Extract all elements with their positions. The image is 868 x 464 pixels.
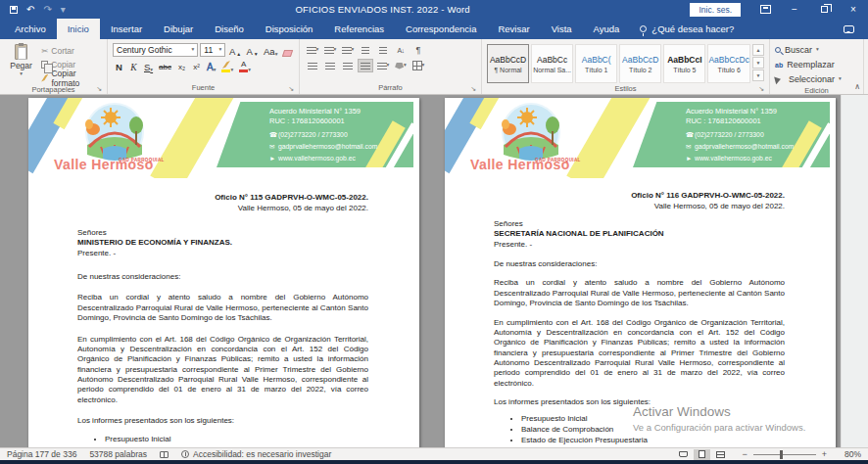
strikethrough-button[interactable]: abc (157, 59, 173, 72)
multilevel-list-button[interactable]: ▾ (340, 43, 356, 57)
clear-formatting-button[interactable] (281, 43, 294, 57)
tab-revisar[interactable]: Revisar (487, 19, 540, 39)
tab-referencias[interactable]: Referencias (323, 19, 395, 39)
tab-inicio[interactable]: Inicio (57, 19, 100, 39)
vertical-scrollbar[interactable] (841, 95, 868, 447)
change-case-button[interactable]: Aa▾ (262, 43, 279, 57)
numbered-list-button[interactable]: ▾ (322, 43, 338, 57)
format-painter-button[interactable]: Copiar formato (41, 71, 102, 84)
document-page-1[interactable]: Valle Hermoso GAD PARROQUIAL Acuerdo Min… (28, 98, 419, 447)
align-right-button[interactable] (340, 59, 356, 72)
increase-indent-icon (379, 47, 387, 54)
ruc-line: RUC : 1768120600001 (269, 116, 361, 126)
oficio-number: Oficio N° 116 GADPRVH-O-WMC-05-2022. (494, 191, 785, 201)
subscript-button[interactable]: x₂ (175, 59, 188, 72)
align-left-button[interactable] (305, 59, 320, 72)
zoom-slider-thumb[interactable] (780, 450, 783, 459)
cut-button[interactable]: ✂Cortar (41, 44, 102, 57)
font-dialog-launcher[interactable]: ↘ (288, 85, 294, 92)
paragraph-dialog-launcher[interactable]: ↘ (470, 85, 476, 92)
oficio-date: Valle Hermoso, 05 de mayo del 2022. (77, 204, 368, 213)
customize-qat-icon[interactable]: ▾ (61, 4, 66, 15)
ribbon-display-options-button[interactable] (750, 0, 780, 19)
lightbulb-icon (640, 25, 647, 32)
borders-button[interactable]: ▾ (410, 59, 426, 72)
shrink-font-button[interactable]: A▼ (245, 43, 261, 57)
list-item: Presupuesto Inicial (105, 435, 368, 444)
sort-button[interactable]: A↓ (393, 43, 409, 57)
show-marks-button[interactable]: ¶ (410, 43, 426, 57)
tab-disposicion[interactable]: Disposición (255, 19, 324, 39)
style-normal[interactable]: AaBbCcD ¶ Normal (487, 44, 529, 83)
select-button[interactable]: Seleccionar▾ (775, 72, 858, 86)
document-page-2[interactable]: Valle Hermoso GAD PARROQUIAL Acuerdo Min… (445, 98, 836, 447)
restore-button[interactable] (809, 0, 839, 19)
report-list: Presupuesto Inicial Balance de Comprobac… (105, 435, 368, 447)
styles-scroll-up-icon[interactable]: ▲ (752, 44, 764, 56)
bullet-list-button[interactable]: ▾ (305, 43, 320, 57)
paragraph-1: Reciba un cordial y atento saludo a nomb… (494, 278, 785, 308)
style-normal-sangria[interactable]: AaBbCc Normal Sa... (531, 44, 573, 83)
justify-button[interactable] (358, 59, 373, 72)
font-family-select[interactable]: Century Gothic▾ (113, 43, 198, 57)
tab-diseno[interactable]: Diseño (204, 19, 255, 39)
tab-archivo[interactable]: Archivo (4, 19, 57, 39)
style-titulo-1[interactable]: AaBbC( Título 1 (575, 44, 617, 83)
tab-insertar[interactable]: Insertar (100, 19, 153, 39)
increase-indent-button[interactable] (375, 43, 391, 57)
web-layout-button[interactable] (712, 449, 729, 460)
paste-button[interactable]: Pegar ▾ (5, 42, 37, 84)
tab-ayuda[interactable]: Ayuda (583, 19, 631, 39)
bold-button[interactable]: N (113, 59, 125, 72)
italic-button[interactable]: K (127, 59, 140, 72)
highlight-color-button[interactable]: ▾ (219, 59, 235, 72)
underline-button[interactable]: S▾ (142, 59, 155, 72)
align-center-icon (325, 63, 335, 70)
superscript-button[interactable]: x² (190, 59, 203, 72)
find-button[interactable]: Buscar▾ (775, 43, 858, 57)
page-indicator[interactable]: Página 177 de 336 (7, 449, 76, 459)
replace-button[interactable]: abReemplazar (775, 58, 858, 71)
save-icon[interactable] (10, 6, 18, 14)
zoom-slider[interactable] (753, 454, 816, 455)
style-titulo-6[interactable]: AaBbCcDc Título 6 (707, 44, 750, 83)
print-layout-button[interactable] (694, 449, 710, 460)
signin-button[interactable]: Inic. ses. (690, 3, 741, 17)
close-button[interactable]: × (839, 0, 868, 19)
font-size-select[interactable]: 11▾ (200, 43, 225, 57)
decrease-indent-icon (362, 47, 369, 54)
zoom-level[interactable]: 80% (840, 449, 861, 459)
copy-icon (41, 61, 48, 69)
tab-correspondencia[interactable]: Correspondencia (395, 19, 487, 39)
acuerdo-line: Acuerdo Ministerial N° 1359 (686, 107, 777, 116)
oficio-date: Valle Hermoso, 05 de mayo del 2022. (494, 202, 785, 211)
line-spacing-button[interactable]: ▾ (375, 59, 391, 72)
zoom-in-button[interactable]: + (822, 449, 827, 459)
decrease-indent-button[interactable] (358, 43, 373, 57)
zoom-out-button[interactable]: − (742, 449, 747, 459)
align-center-button[interactable] (322, 59, 338, 72)
style-titulo-2[interactable]: AaBbCcD Título 2 (619, 44, 661, 83)
styles-more-icon[interactable]: ▼ (752, 70, 764, 81)
tab-dibujar[interactable]: Dibujar (153, 19, 204, 39)
undo-icon[interactable]: ↶ (26, 4, 34, 15)
clipboard-dialog-launcher[interactable]: ↘ (96, 85, 102, 92)
read-mode-button[interactable] (675, 449, 692, 460)
redo-icon[interactable]: ↷ (43, 4, 51, 15)
comments-icon[interactable] (844, 25, 854, 33)
collapse-ribbon-icon[interactable]: ∧ (854, 82, 860, 91)
style-titulo-5[interactable]: AaBbCcI Título 5 (663, 44, 705, 83)
proofing-button[interactable] (160, 451, 169, 458)
grow-font-button[interactable]: A▲ (227, 43, 243, 57)
styles-dialog-launcher[interactable]: ↘ (758, 85, 764, 92)
font-color-button[interactable]: A▾ (237, 59, 253, 72)
tell-me-box[interactable]: ¿Qué desea hacer? (630, 19, 744, 39)
minimize-button[interactable]: − (780, 0, 809, 19)
shading-button[interactable]: ▾ (393, 59, 409, 72)
accessibility-status[interactable]: Accesibilidad: es necesario investigar (181, 449, 331, 459)
word-count[interactable]: 53788 palabras (89, 449, 147, 459)
tab-vista[interactable]: Vista (541, 19, 583, 39)
highlighter-icon (222, 61, 230, 69)
styles-scroll-down-icon[interactable]: ▼ (752, 57, 764, 69)
text-effects-button[interactable]: A▾ (205, 59, 217, 72)
